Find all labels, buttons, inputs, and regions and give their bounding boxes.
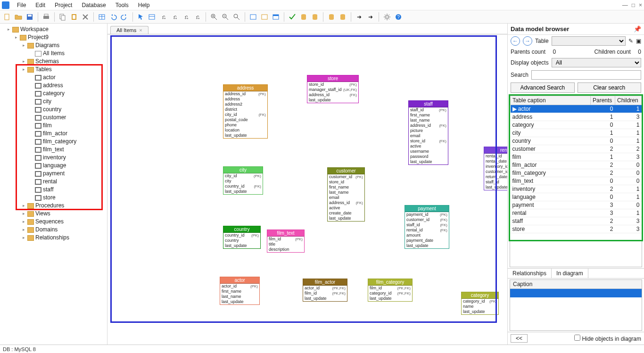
col-caption[interactable]: Table caption [511, 96, 591, 105]
tree-schemas[interactable]: Schemas [23, 57, 107, 66]
browser-row-staff[interactable]: staff23 [511, 217, 642, 225]
tab-all-items[interactable]: All Items× [110, 26, 149, 34]
tree-tables[interactable]: Tables [23, 66, 107, 74]
relation-4-icon[interactable]: ⎌ [192, 12, 203, 22]
entity-country[interactable]: countrycountry_id(PK)countrylast_update [223, 226, 261, 249]
clear-search-button[interactable]: Clear search [578, 82, 642, 93]
tree-table-actor[interactable]: actor [30, 74, 107, 82]
paste-icon[interactable] [69, 12, 79, 22]
copy-icon[interactable] [58, 12, 68, 22]
undo-icon[interactable] [108, 12, 118, 22]
tree-relationships[interactable]: Relationships [23, 234, 107, 242]
display-objects-select[interactable]: All [552, 58, 641, 67]
diagram-canvas[interactable]: addressaddress_id(PK)addressaddress2dist… [107, 34, 507, 345]
tree-table-category[interactable]: category [30, 90, 107, 98]
panel-1-icon[interactable] [248, 12, 258, 22]
entity-film_category[interactable]: film_categoryfilm_id(PK,FK)category_id(P… [368, 279, 413, 302]
db-4-icon[interactable] [338, 12, 348, 22]
project-tree[interactable]: Workspace Project9 Diagrams All Items Sc… [0, 24, 107, 345]
minimize-button[interactable]: — [622, 2, 628, 8]
export-1-icon[interactable]: ➜ [354, 12, 364, 22]
tree-table-store[interactable]: store [30, 194, 107, 202]
relation-1-icon[interactable]: ⎌ [158, 12, 169, 22]
db-2-icon[interactable] [310, 12, 320, 22]
validate-icon[interactable] [287, 12, 297, 22]
edit-icon[interactable]: ✎ [628, 38, 633, 44]
close-tab-icon[interactable]: × [139, 27, 142, 33]
tree-table-customer[interactable]: customer [30, 114, 107, 122]
new-file-icon[interactable] [2, 12, 12, 22]
tree-sequences[interactable]: Sequences [23, 218, 107, 226]
entity-actor[interactable]: actoractor_id(PK)first_namelast_namelast… [220, 277, 260, 305]
menu-edit[interactable]: Edit [31, 1, 50, 9]
table-icon[interactable] [97, 12, 107, 22]
tree-table-film_text[interactable]: film_text [30, 146, 107, 154]
menu-help[interactable]: Help [133, 1, 155, 9]
tree-table-address[interactable]: address [30, 82, 107, 90]
save-icon[interactable] [25, 12, 35, 22]
browser-row-country[interactable]: country01 [511, 137, 642, 145]
print-icon[interactable] [41, 12, 51, 22]
redo-icon[interactable] [119, 12, 130, 22]
menu-tools[interactable]: Tools [111, 1, 133, 9]
entity-film_text[interactable]: film_textfilm_id(PK)titledescription [267, 230, 305, 253]
browser-row-city[interactable]: city11 [511, 129, 642, 137]
entity-film_actor[interactable]: film_actoractor_id(PK,FK)film_id(PK,FK)l… [303, 279, 347, 302]
tree-table-film_actor[interactable]: film_actor [30, 130, 107, 138]
entity-category[interactable]: categorycategory_id(PK)namelast_update [461, 292, 499, 315]
close-button[interactable]: × [639, 2, 642, 8]
menu-file[interactable]: File [12, 1, 31, 9]
export-2-icon[interactable]: ➜ [365, 12, 376, 22]
subtab-relationships[interactable]: Relationships [508, 269, 552, 278]
col-children[interactable]: Children [615, 96, 642, 105]
entity-staff[interactable]: staffstaff_id(PK)first_namelast_nameaddr… [408, 100, 448, 165]
tree-table-rental[interactable]: rental [30, 178, 107, 186]
settings-icon[interactable] [382, 12, 392, 22]
browser-row-customer[interactable]: customer22 [511, 145, 642, 153]
entity-rental[interactable]: rentalrental_id(PK)rental_date(UK)invent… [484, 147, 507, 190]
subtab-in-diagram[interactable]: In diagram [552, 269, 588, 278]
browser-row-address[interactable]: address13 [511, 113, 642, 121]
browser-row-inventory[interactable]: inventory21 [511, 185, 642, 193]
nav-fwd-icon[interactable]: → [523, 36, 532, 46]
entity-payment[interactable]: paymentpayment_id(PK)customer_id(FK)staf… [405, 205, 449, 249]
nav-back-icon[interactable]: ← [511, 36, 520, 46]
tree-diagrams[interactable]: Diagrams [23, 41, 107, 49]
menu-project[interactable]: Project [50, 1, 77, 9]
nav-go-icon[interactable]: ▣ [636, 38, 641, 44]
browser-row-film[interactable]: film13 [511, 153, 642, 161]
tree-table-inventory[interactable]: inventory [30, 154, 107, 162]
browser-row-store[interactable]: store23 [511, 225, 642, 233]
panel-3-icon[interactable] [271, 12, 281, 22]
browser-row-film_actor[interactable]: film_actor20 [511, 161, 642, 169]
tree-table-city[interactable]: city [30, 98, 107, 106]
relation-3-icon[interactable]: ⎌ [181, 12, 191, 22]
tree-project[interactable]: Project9 [15, 33, 107, 41]
menu-database[interactable]: Database [77, 1, 110, 9]
entity-address[interactable]: addressaddress_id(PK)addressaddress2dist… [223, 84, 268, 139]
browser-row-rental[interactable]: rental31 [511, 209, 642, 217]
entity-customer[interactable]: customercustomer_id(PK)store_idfirst_nam… [327, 167, 365, 222]
caption-grid[interactable]: Caption [510, 279, 642, 331]
browser-row-film_text[interactable]: film_text00 [511, 177, 642, 185]
panel-2-icon[interactable] [259, 12, 270, 22]
zoom-out-icon[interactable] [220, 12, 231, 22]
zoom-fit-icon[interactable] [231, 12, 242, 22]
delete-icon[interactable] [80, 12, 91, 22]
tree-all-items[interactable]: All Items [30, 49, 107, 57]
tree-procedures[interactable]: Procedures [23, 202, 107, 210]
pin-icon[interactable]: 📌 [634, 25, 641, 33]
browser-row-category[interactable]: category01 [511, 121, 642, 129]
tree-workspace[interactable]: Workspace [8, 25, 107, 33]
tree-table-film[interactable]: film [30, 122, 107, 130]
pointer-icon[interactable] [136, 12, 146, 22]
tree-table-language[interactable]: language [30, 162, 107, 170]
browser-row-actor[interactable]: ▶ actor01 [511, 105, 642, 113]
browser-row-language[interactable]: language01 [511, 193, 642, 201]
caption-selected-row[interactable] [510, 289, 642, 297]
entity-store[interactable]: storestore_id(PK)manager_staff_id(UK,FK)… [307, 75, 359, 103]
maximize-button[interactable]: □ [632, 2, 635, 8]
col-parents[interactable]: Parents [591, 96, 615, 105]
tree-table-film_category[interactable]: film_category [30, 138, 107, 146]
type-select[interactable] [552, 36, 626, 46]
